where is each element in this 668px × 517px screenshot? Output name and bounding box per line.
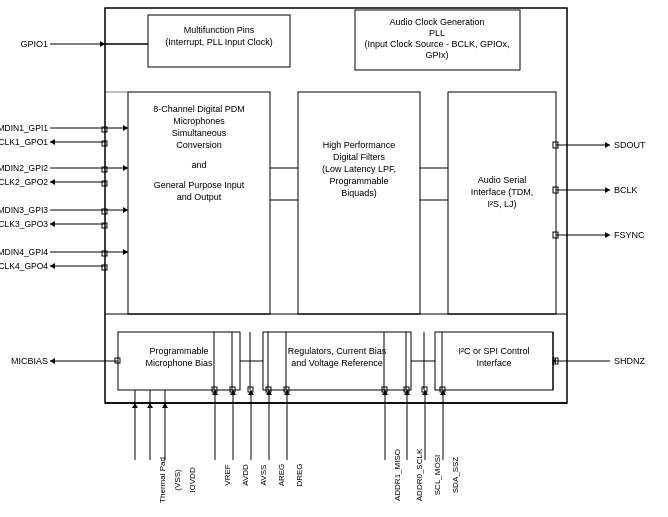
pdmclk1-label: PDMCLK1_GPO1 (0, 137, 48, 147)
svg-marker-4 (123, 125, 128, 131)
block-diagram: Multifunction Pins (Interrupt, PLL Input… (0, 0, 668, 517)
svg-marker-25 (605, 187, 610, 193)
svg-marker-6 (50, 139, 55, 145)
svg-marker-8 (123, 165, 128, 171)
i2c-spi-label1: I²C or SPI Control (458, 346, 529, 356)
digital-filters-label2: Digital Filters (333, 152, 386, 162)
avdd-label: AVDD (241, 464, 250, 486)
addr0-label: ADDR0_SCLK (415, 448, 424, 501)
pdmclk3-label: PDMCLK3_GPO3 (0, 219, 48, 229)
pdmdin2-label: PDMDIN2_GPI2 (0, 163, 48, 173)
vss-label: (VSS) (173, 469, 182, 491)
pdmdin1-label: PDMDIN1_GPI1 (0, 123, 48, 133)
svg-marker-12 (123, 207, 128, 213)
audio-serial-label2: Interface (TDM, (471, 187, 534, 197)
pdm-label3: Simultaneous (172, 128, 227, 138)
pdmclk2-label: PDMCLK2_GPO2 (0, 177, 48, 187)
pdm-label7: and Output (177, 192, 222, 202)
pdm-label6: General Purpose Input (154, 180, 245, 190)
sdassz-label: SDA_SSZ (451, 457, 460, 494)
areg-label: AREG (277, 464, 286, 487)
audio-serial-label1: Audio Serial (478, 175, 527, 185)
addr1-label: ADDR1_MISO (393, 449, 402, 501)
multifunction-pins-label2: (Interrupt, PLL Input Clock) (165, 37, 273, 47)
svg-marker-20 (50, 358, 55, 364)
svg-marker-22 (605, 142, 610, 148)
pdmclk4-label: PDMCLK4_GPO4 (0, 261, 48, 271)
gpio1-label: GPIO1 (20, 39, 48, 49)
audio-clock-label3: (Input Clock Source - BCLK, GPIOx, (364, 39, 509, 49)
pdm-label2: Microphones (173, 116, 225, 126)
micbias-label: MICBIAS (11, 356, 48, 366)
thermalpad-label: Thermal Pad (158, 457, 167, 503)
regulators-label2: and Voltage Reference (291, 358, 383, 368)
i2c-spi-label2: Interface (476, 358, 511, 368)
dreg-label: DREG (295, 463, 304, 486)
fsync-label: FSYNC (614, 230, 645, 240)
digital-filters-label3: (Low Latency LPF, (322, 164, 396, 174)
pdm-label5: and (191, 160, 206, 170)
audio-serial-label3: I²S, LJ) (487, 199, 516, 209)
digital-filters-label4: Programmable (329, 176, 388, 186)
mic-bias-label1: Programmable (149, 346, 208, 356)
audio-clock-label2: PLL (429, 28, 445, 38)
sclmosi-label: SCL_MOSI (433, 455, 442, 495)
svg-marker-18 (50, 263, 55, 269)
digital-filters-box (298, 92, 420, 314)
pdm-label4: Conversion (176, 140, 222, 150)
bclk-label: BCLK (614, 185, 638, 195)
pdmdin4-label: PDMDIN4_GPI4 (0, 247, 48, 257)
sdout-label: SDOUT (614, 140, 646, 150)
svg-marker-14 (50, 221, 55, 227)
digital-filters-label5: Biquads) (341, 188, 377, 198)
digital-filters-label1: High Performance (323, 140, 396, 150)
multifunction-pins-label: Multifunction Pins (184, 25, 255, 35)
shdnz-label: SHDNZ (614, 356, 646, 366)
pdm-label1: 8-Channel Digital PDM (153, 104, 245, 114)
svg-marker-10 (50, 179, 55, 185)
svg-marker-16 (123, 249, 128, 255)
regulators-label1: Regulators, Current Bias (288, 346, 387, 356)
pdmdin3-label: PDMDIN3_GPI3 (0, 205, 48, 215)
avss-label: AVSS (259, 465, 268, 486)
audio-clock-label1: Audio Clock Generation (389, 17, 484, 27)
audio-clock-label4: GPIx) (425, 50, 448, 60)
svg-marker-28 (605, 232, 610, 238)
mic-bias-label2: Microphone Bias (145, 358, 213, 368)
iovdd-label: IOVDD (188, 467, 197, 493)
vref-label: VREF (223, 464, 232, 485)
